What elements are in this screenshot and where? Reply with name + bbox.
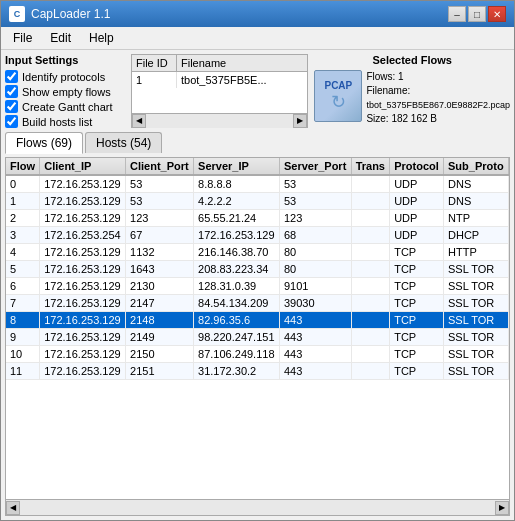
table-cell: 1	[6, 193, 40, 210]
pcap-label: PCAP	[324, 80, 352, 91]
table-cell: 82.96.35.6	[194, 312, 280, 329]
scroll-left-table[interactable]: ◀	[6, 501, 20, 515]
flows-value: 1	[398, 71, 404, 82]
table-cell: SSL TOR	[444, 329, 509, 346]
table-cell: 172.16.253.129	[40, 363, 126, 380]
checkbox-show-empty-flows: Show empty flows	[5, 85, 125, 98]
bottom-scrollbar[interactable]: ◀ ▶	[6, 499, 509, 515]
table-row[interactable]: 3172.16.253.25467172.16.253.12968UDPDHCP	[6, 227, 509, 244]
table-row[interactable]: 6172.16.253.1292130128.31.0.399101TCPSSL…	[6, 278, 509, 295]
main-table-container: Flow Client_IP Client_Port Server_IP Ser…	[5, 157, 510, 516]
file-cell-filename: tbot_5375FB5E...	[177, 72, 307, 88]
table-cell: 172.16.253.129	[194, 227, 280, 244]
table-cell: 172.16.253.254	[40, 227, 126, 244]
table-cell: 1643	[126, 261, 194, 278]
table-cell: 80	[279, 244, 351, 261]
table-cell	[351, 261, 390, 278]
flows-label: Flows:	[366, 71, 395, 82]
flows-count-row: Flows: 1	[366, 70, 510, 84]
checkbox-show-empty-flows-input[interactable]	[5, 85, 18, 98]
table-cell: 2149	[126, 329, 194, 346]
pcap-arrows-icon: ↻	[331, 91, 346, 113]
filename-value-row: tbot_5375FB5E867.0E9882F2.pcap	[366, 98, 510, 112]
table-cell: 172.16.253.129	[40, 295, 126, 312]
col-client-ip: Client_IP	[40, 158, 126, 175]
table-cell: 172.16.253.129	[40, 244, 126, 261]
filename-value: tbot_5375FB5E867.0E9882F2.pcap	[366, 100, 510, 110]
table-cell: 53	[279, 193, 351, 210]
table-row[interactable]: 11172.16.253.129215131.172.30.2443TCPSSL…	[6, 363, 509, 380]
scroll-track-table[interactable]	[20, 501, 495, 515]
table-cell: 123	[126, 210, 194, 227]
table-cell: UDP	[390, 193, 444, 210]
table-cell: 9101	[279, 278, 351, 295]
file-scrollbar[interactable]: ◀ ▶	[132, 113, 307, 127]
table-cell: 6	[6, 278, 40, 295]
table-row[interactable]: 4172.16.253.1291132216.146.38.7080TCPHTT…	[6, 244, 509, 261]
file-panel-header: File ID Filename	[132, 55, 307, 72]
table-cell: 2130	[126, 278, 194, 295]
table-cell: TCP	[390, 346, 444, 363]
table-row[interactable]: 5172.16.253.1291643208.83.223.3480TCPSSL…	[6, 261, 509, 278]
menu-help[interactable]: Help	[81, 29, 122, 47]
table-row[interactable]: 8172.16.253.129214882.96.35.6443TCPSSL T…	[6, 312, 509, 329]
table-cell: SSL TOR	[444, 278, 509, 295]
table-cell: 9	[6, 329, 40, 346]
close-button[interactable]: ✕	[488, 6, 506, 22]
tab-flows[interactable]: Flows (69)	[5, 132, 83, 154]
table-cell: TCP	[390, 278, 444, 295]
file-row-1[interactable]: 1 tbot_5375FB5E...	[132, 72, 307, 88]
table-cell: 4.2.2.2	[194, 193, 280, 210]
table-cell: 53	[126, 193, 194, 210]
table-row[interactable]: 9172.16.253.129214998.220.247.151443TCPS…	[6, 329, 509, 346]
selected-flows-content: PCAP ↻ Flows: 1 Filename: tbot_5375FB5E8…	[314, 70, 510, 126]
col-flow: Flow	[6, 158, 40, 175]
table-cell: 443	[279, 312, 351, 329]
table-cell: 31.172.30.2	[194, 363, 280, 380]
table-header-row: Flow Client_IP Client_Port Server_IP Ser…	[6, 158, 509, 175]
table-cell: 53	[126, 175, 194, 193]
col-server-port: Server_Port	[279, 158, 351, 175]
scroll-right-table[interactable]: ▶	[495, 501, 509, 515]
table-cell	[351, 295, 390, 312]
table-row[interactable]: 2172.16.253.12912365.55.21.24123UDPNTP	[6, 210, 509, 227]
table-row[interactable]: 7172.16.253.129214784.54.134.20939030TCP…	[6, 295, 509, 312]
table-row[interactable]: 10172.16.253.129215087.106.249.118443TCP…	[6, 346, 509, 363]
scroll-track[interactable]	[146, 114, 293, 128]
table-cell	[351, 193, 390, 210]
title-bar: C CapLoader 1.1 – □ ✕	[1, 1, 514, 27]
table-cell: 8	[6, 312, 40, 329]
table-scroll-wrapper[interactable]: Flow Client_IP Client_Port Server_IP Ser…	[6, 158, 509, 499]
main-window: C CapLoader 1.1 – □ ✕ File Edit Help Inp…	[0, 0, 515, 521]
table-row[interactable]: 0172.16.253.129538.8.8.853UDPDNS	[6, 175, 509, 193]
table-cell: 87.106.249.118	[194, 346, 280, 363]
checkbox-build-hosts-input[interactable]	[5, 115, 18, 128]
table-cell: 65.55.21.24	[194, 210, 280, 227]
menu-file[interactable]: File	[5, 29, 40, 47]
table-cell: UDP	[390, 210, 444, 227]
content-area: Input Settings Identify protocols Show e…	[1, 50, 514, 520]
table-cell: 10	[6, 346, 40, 363]
table-cell: 172.16.253.129	[40, 278, 126, 295]
minimize-button[interactable]: –	[448, 6, 466, 22]
table-cell: 2147	[126, 295, 194, 312]
table-cell: 1132	[126, 244, 194, 261]
checkbox-identify-protocols-input[interactable]	[5, 70, 18, 83]
maximize-button[interactable]: □	[468, 6, 486, 22]
table-cell: UDP	[390, 175, 444, 193]
checkbox-identify-protocols: Identify protocols	[5, 70, 125, 83]
scroll-right-arrow[interactable]: ▶	[293, 114, 307, 128]
table-cell	[351, 227, 390, 244]
tab-hosts[interactable]: Hosts (54)	[85, 132, 162, 153]
menu-edit[interactable]: Edit	[42, 29, 79, 47]
selected-flows-panel: Selected Flows PCAP ↻ Flows: 1 Filename:	[314, 54, 510, 128]
file-col-filename: Filename	[177, 55, 307, 71]
scroll-left-arrow[interactable]: ◀	[132, 114, 146, 128]
table-cell: 128.31.0.39	[194, 278, 280, 295]
checkbox-identify-protocols-label: Identify protocols	[22, 71, 105, 83]
table-row[interactable]: 1172.16.253.129534.2.2.253UDPDNS	[6, 193, 509, 210]
checkbox-create-gantt-input[interactable]	[5, 100, 18, 113]
input-settings-label: Input Settings	[5, 54, 125, 66]
table-cell: TCP	[390, 261, 444, 278]
table-cell: DNS	[444, 193, 509, 210]
